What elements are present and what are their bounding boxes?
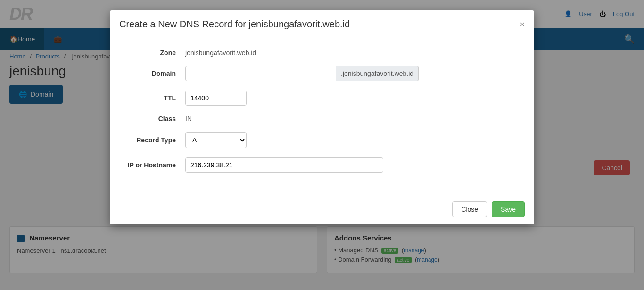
modal-footer: Close Save bbox=[110, 194, 534, 224]
record-type-row: Record Type A AAAA CNAME MX TXT NS SRV bbox=[124, 132, 520, 148]
ip-row: IP or Hostname bbox=[124, 157, 520, 173]
modal-title: Create a New DNS Record for jenisbungafa… bbox=[119, 19, 350, 30]
zone-row: Zone jenisbungafavorit.web.id bbox=[124, 49, 520, 57]
ttl-input[interactable] bbox=[185, 91, 247, 106]
zone-value: jenisbungafavorit.web.id bbox=[185, 49, 256, 57]
modal-body: Zone jenisbungafavorit.web.id Domain .je… bbox=[110, 37, 534, 194]
close-button[interactable]: Close bbox=[452, 201, 487, 217]
ip-input[interactable] bbox=[185, 157, 383, 173]
save-button[interactable]: Save bbox=[492, 201, 525, 217]
modal-dialog: Create a New DNS Record for jenisbungafa… bbox=[110, 10, 534, 224]
class-row: Class IN bbox=[124, 115, 520, 123]
domain-input-group: .jenisbungafavorit.web.id bbox=[185, 66, 419, 81]
zone-label: Zone bbox=[124, 49, 185, 57]
ttl-label: TTL bbox=[124, 94, 185, 102]
modal-header: Create a New DNS Record for jenisbungafa… bbox=[110, 10, 534, 37]
class-value: IN bbox=[185, 115, 192, 123]
modal-close-button[interactable]: × bbox=[520, 20, 525, 29]
record-type-select[interactable]: A AAAA CNAME MX TXT NS SRV bbox=[185, 132, 247, 148]
domain-suffix: .jenisbungafavorit.web.id bbox=[336, 66, 419, 81]
domain-label: Domain bbox=[124, 70, 185, 77]
ip-label: IP or Hostname bbox=[124, 161, 185, 169]
class-label: Class bbox=[124, 115, 185, 123]
domain-row: Domain .jenisbungafavorit.web.id bbox=[124, 66, 520, 81]
ttl-row: TTL bbox=[124, 91, 520, 106]
domain-input[interactable] bbox=[185, 66, 336, 81]
record-type-label: Record Type bbox=[124, 136, 185, 144]
